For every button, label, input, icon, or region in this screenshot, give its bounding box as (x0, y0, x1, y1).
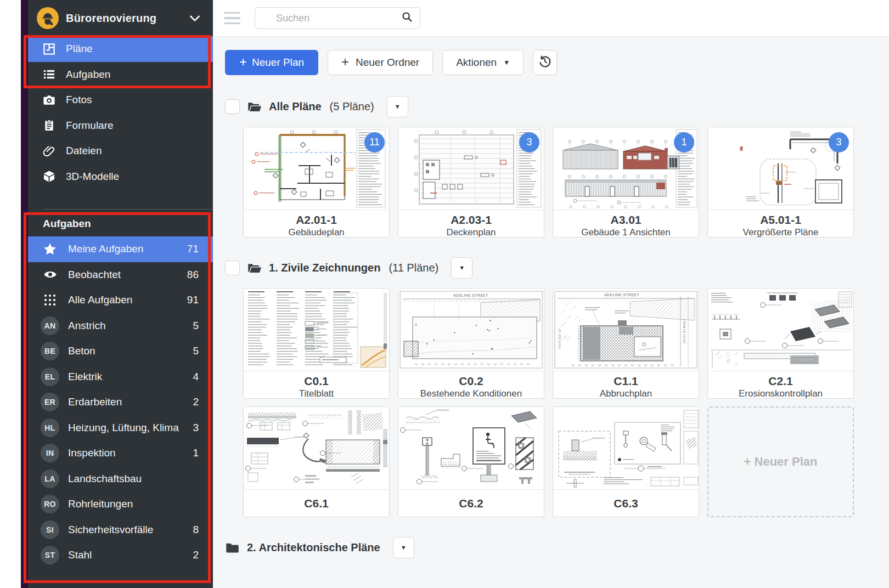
actions-dropdown-button[interactable]: Aktionen ▼ (442, 50, 524, 75)
task-filter-item[interactable]: Meine Aufgaben 71 (28, 236, 213, 262)
plan-label: C6.1 (244, 490, 389, 510)
task-filter-item[interactable]: EL Elektrik 4 (28, 364, 213, 390)
new-plan-placeholder[interactable]: + Neuer Plan (707, 406, 854, 517)
sidebar-item-label: Aufgaben (66, 69, 110, 81)
sidebar-item-cube[interactable]: 3D-Modelle (28, 164, 213, 190)
task-filter-item[interactable]: LA Landschaftsbau (28, 466, 213, 492)
folder-title[interactable]: 2. Architektonische Pläne (247, 541, 380, 554)
plan-code: A3.01 (553, 213, 699, 226)
task-filter-item[interactable]: Alle Aufgaben 91 (28, 287, 213, 313)
task-filter-item[interactable]: Beobachtet 86 (28, 262, 213, 288)
task-filter-item[interactable]: HL Heizung, Lüftung, Klima 3 (28, 415, 213, 441)
plan-subtitle: Bestehende Konditionen (398, 389, 544, 399)
trade-badge: IN (41, 444, 59, 462)
task-filter-item[interactable]: SI Sicherheitsvorfälle 8 (28, 517, 213, 543)
plan-subtitle: Titelblatt (244, 389, 389, 399)
folder-checkbox[interactable] (225, 261, 240, 275)
caret-down-icon: ▼ (503, 59, 510, 66)
plus-icon: + (341, 55, 349, 69)
history-icon (538, 55, 552, 71)
trade-badge-letters: IN (41, 444, 59, 462)
plan-card[interactable]: C0.1 Titelblatt (243, 288, 390, 399)
sidebar-item-label: Pläne (66, 43, 93, 55)
plan-card[interactable]: 3 A2.03-1 Deckenplan (398, 127, 544, 238)
plan-card[interactable]: C6.3 (553, 406, 699, 517)
trade-badge: LA (41, 470, 59, 488)
paperclip-icon (42, 144, 55, 157)
task-filter-item[interactable]: RO Rohrleitungen (28, 491, 213, 517)
task-filter-label: Beton (68, 345, 193, 357)
plan-card[interactable]: C6.2 (398, 406, 544, 517)
new-folder-button[interactable]: + Neuer Ordner (328, 50, 433, 75)
task-filter-list: Meine Aufgaben 71 Beobachtet 86 Alle Auf… (28, 236, 213, 568)
plan-label: A2.01-1 Gebäudeplan (244, 210, 389, 238)
task-filter-count: 5 (193, 345, 199, 357)
task-filter-label: Anstrich (68, 320, 193, 332)
sidebar-item-camera[interactable]: Fotos (28, 87, 213, 113)
task-count-badge: 3 (829, 132, 849, 152)
plan-subtitle: Abbruchplan (553, 389, 699, 399)
svg-text:25TH STREET: 25TH STREET (683, 318, 686, 343)
trade-badge-letters: ER (41, 393, 59, 411)
task-filter-label: Rohrleitungen (68, 498, 199, 510)
task-filter-label: Heizung, Lüftung, Klima (68, 422, 193, 434)
plan-card[interactable]: ADELINE STREET 25TH STREET POPLAR ST C1.… (553, 288, 699, 399)
folder-actions-dropdown[interactable]: ▼ (393, 537, 414, 558)
plan-label: C0.1 Titelblatt (244, 371, 389, 399)
plan-label: A5.01-1 Vergrößerte Pläne (708, 210, 853, 238)
chevron-down-icon (188, 11, 202, 25)
hamburger-menu-icon[interactable] (224, 12, 240, 25)
folder-title[interactable]: Alle Pläne (269, 100, 322, 113)
task-filter-count: 91 (187, 294, 199, 306)
plan-card[interactable]: 3 A5.01-1 Vergrößerte Pläne (707, 127, 854, 238)
folder-actions-dropdown[interactable]: ▼ (387, 96, 408, 117)
grid-icon (41, 291, 59, 309)
plan-thumbnail (553, 407, 699, 490)
trade-badge-letters: HL (41, 419, 59, 437)
plan-thumbnail (244, 289, 389, 371)
svg-text:ADELINE STREET: ADELINE STREET (453, 293, 488, 297)
task-filter-item[interactable]: ER Erdarbeiten 2 (28, 389, 213, 415)
task-filter-item[interactable]: IN Inspektion 1 (28, 440, 213, 466)
tasks-icon (42, 68, 55, 81)
plan-thumbnail (244, 407, 389, 490)
plan-thumbnail (398, 407, 544, 490)
trade-badge-letters: SI (41, 521, 59, 539)
trade-badge-letters: LA (41, 470, 59, 488)
folder-actions-dropdown[interactable]: ▼ (451, 257, 472, 279)
plan-card[interactable]: 11 A2.01-1 Gebäudeplan (243, 127, 390, 238)
plan-code: C6.3 (553, 497, 699, 510)
sidebar-item-paperclip[interactable]: Dateien (28, 138, 213, 164)
folder-checkbox[interactable] (225, 99, 240, 114)
plan-card[interactable]: C6.1 (243, 406, 390, 517)
task-filter-count: 1 (193, 447, 199, 459)
plan-card[interactable]: ADELINE STREET C0.2 Bestehende Kondition… (398, 288, 544, 399)
search-input[interactable] (275, 12, 401, 25)
task-filter-count: 8 (193, 524, 199, 536)
trade-badge-letters: EL (41, 368, 59, 386)
sidebar-item-tasks[interactable]: Aufgaben (28, 62, 213, 88)
task-filter-item[interactable]: BE Beton 5 (28, 338, 213, 364)
folder-title[interactable]: 1. Zivile Zeichnungen (269, 262, 380, 274)
folder-plan-count: (11 Pläne) (389, 262, 438, 274)
task-filter-item[interactable]: ST Stahl 2 (28, 542, 213, 568)
sidebar-item-label: Fotos (66, 94, 92, 106)
project-switcher[interactable]: Bürorenovierung (28, 0, 213, 36)
plan-card[interactable]: C2.1 Erosionskontrollplan (707, 288, 854, 399)
sidebar-item-plans[interactable]: Pläne (28, 36, 213, 62)
star-icon (41, 240, 59, 258)
sidebar-item-clipboard[interactable]: Formulare (28, 113, 213, 139)
version-history-button[interactable] (533, 50, 557, 75)
plan-code: C0.2 (398, 375, 544, 387)
plan-label: A2.03-1 Deckenplan (398, 210, 544, 238)
plan-label: A3.01 Gebäude 1 Ansichten (553, 210, 699, 238)
task-filter-item[interactable]: AN Anstrich 5 (28, 313, 213, 339)
sidebar: Bürorenovierung Pläne Aufgaben Fotos For… (28, 0, 213, 588)
plan-grid: C0.1 Titelblatt ADELINE STREET C0.2 Best… (243, 288, 889, 517)
plan-label: C2.1 Erosionskontrollplan (708, 371, 853, 399)
plans-icon (42, 42, 55, 55)
task-filter-count: 3 (193, 422, 199, 434)
plan-card[interactable]: 1 A3.01 Gebäude 1 Ansichten (553, 127, 699, 238)
folder-plan-count: (5 Pläne) (330, 100, 374, 113)
new-plan-button[interactable]: + Neuer Plan (225, 50, 318, 75)
